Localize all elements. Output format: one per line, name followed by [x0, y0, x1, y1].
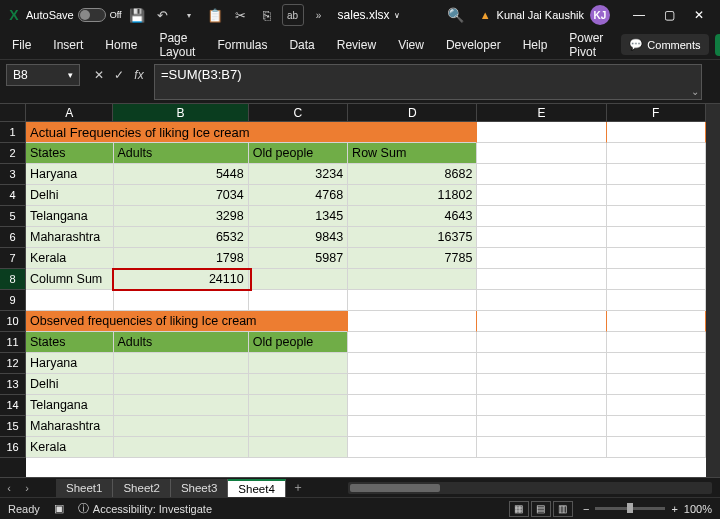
- cell[interactable]: [607, 395, 706, 416]
- row-header[interactable]: 12: [0, 353, 26, 374]
- cell[interactable]: [477, 269, 606, 290]
- sheet-nav-prev-icon[interactable]: ‹: [0, 479, 18, 497]
- cut-icon[interactable]: ✂: [230, 4, 252, 26]
- cell[interactable]: Kerala: [26, 437, 114, 458]
- cell[interactable]: Delhi: [26, 374, 114, 395]
- cell[interactable]: [477, 122, 606, 143]
- cell[interactable]: [607, 143, 706, 164]
- tab-formulas[interactable]: Formulas: [213, 34, 271, 56]
- row-header[interactable]: 14: [0, 395, 26, 416]
- autosave-toggle[interactable]: AutoSave Off: [26, 8, 122, 22]
- cell[interactable]: [114, 290, 249, 311]
- row-header[interactable]: 10: [0, 311, 26, 332]
- cell[interactable]: [607, 122, 706, 143]
- cell[interactable]: [348, 290, 477, 311]
- cell[interactable]: [26, 290, 114, 311]
- cell[interactable]: [607, 290, 706, 311]
- cell[interactable]: Maharashtra: [26, 227, 114, 248]
- horizontal-scrollbar[interactable]: [348, 482, 712, 494]
- cell[interactable]: Telangana: [26, 395, 114, 416]
- cell[interactable]: Delhi: [26, 185, 114, 206]
- normal-view-icon[interactable]: ▦: [509, 501, 529, 517]
- table1-title[interactable]: Actual Frequencies of liking Ice cream: [26, 122, 477, 143]
- cell[interactable]: [607, 227, 706, 248]
- close-icon[interactable]: ✕: [684, 0, 714, 30]
- cell[interactable]: [477, 248, 606, 269]
- cell[interactable]: [114, 395, 249, 416]
- row-header[interactable]: 11: [0, 332, 26, 353]
- zoom-in-icon[interactable]: +: [671, 503, 677, 515]
- cell[interactable]: Column Sum: [26, 269, 114, 290]
- cell[interactable]: [477, 290, 606, 311]
- enter-formula-icon[interactable]: ✓: [110, 66, 128, 84]
- cancel-formula-icon[interactable]: ✕: [90, 66, 108, 84]
- maximize-icon[interactable]: ▢: [654, 0, 684, 30]
- cell[interactable]: [348, 437, 477, 458]
- copy-icon[interactable]: ⎘: [256, 4, 278, 26]
- cell[interactable]: [607, 185, 706, 206]
- cell[interactable]: [348, 332, 477, 353]
- cell[interactable]: [477, 185, 606, 206]
- cell[interactable]: [477, 143, 606, 164]
- cell[interactable]: 4768: [249, 185, 348, 206]
- tab-data[interactable]: Data: [285, 34, 318, 56]
- row-header[interactable]: 16: [0, 437, 26, 458]
- cell[interactable]: [477, 437, 606, 458]
- accessibility-status[interactable]: ⓘ Accessibility: Investigate: [78, 501, 212, 516]
- search-icon[interactable]: 🔍: [447, 7, 464, 23]
- minimize-icon[interactable]: ―: [624, 0, 654, 30]
- cell[interactable]: [249, 416, 348, 437]
- sheet-tab[interactable]: Sheet2: [113, 479, 170, 497]
- page-layout-view-icon[interactable]: ▤: [531, 501, 551, 517]
- cell[interactable]: Telangana: [26, 206, 114, 227]
- cell[interactable]: Maharashtra: [26, 416, 114, 437]
- tab-home[interactable]: Home: [101, 34, 141, 56]
- cells-area[interactable]: Actual Frequencies of liking Ice cream S…: [26, 122, 706, 477]
- cell[interactable]: 16375: [348, 227, 477, 248]
- cell[interactable]: [477, 353, 606, 374]
- qat-overflow-icon[interactable]: »: [308, 4, 330, 26]
- row-header[interactable]: 13: [0, 374, 26, 395]
- cell[interactable]: [114, 353, 249, 374]
- row-header[interactable]: 5: [0, 206, 26, 227]
- cell[interactable]: [607, 437, 706, 458]
- sheet-nav-next-icon[interactable]: ›: [18, 479, 36, 497]
- cell[interactable]: [114, 416, 249, 437]
- cell[interactable]: [477, 374, 606, 395]
- share-button[interactable]: ↗: [715, 34, 720, 56]
- row-header[interactable]: 4: [0, 185, 26, 206]
- table2-header[interactable]: Old people: [249, 332, 348, 353]
- cell[interactable]: [607, 206, 706, 227]
- namebox-dropdown-icon[interactable]: ▾: [68, 70, 73, 80]
- user-account[interactable]: ▲ Kunal Jai Kaushik KJ: [480, 5, 610, 25]
- row-header[interactable]: 1: [0, 122, 26, 143]
- cell[interactable]: [607, 311, 706, 332]
- selected-cell[interactable]: 24110: [114, 269, 249, 290]
- comments-button[interactable]: 💬 Comments: [621, 34, 708, 55]
- row-header[interactable]: 2: [0, 143, 26, 164]
- cell[interactable]: [249, 290, 348, 311]
- table1-header[interactable]: Row Sum: [348, 143, 477, 164]
- table2-title[interactable]: Observed frequencies of liking Ice cream: [26, 311, 348, 332]
- col-header-E[interactable]: E: [477, 104, 606, 122]
- fx-icon[interactable]: fx: [130, 66, 148, 84]
- row-header[interactable]: 7: [0, 248, 26, 269]
- undo-icon[interactable]: ↶: [152, 4, 174, 26]
- cell[interactable]: Kerala: [26, 248, 114, 269]
- cell[interactable]: [477, 332, 606, 353]
- cell[interactable]: [348, 353, 477, 374]
- col-header-D[interactable]: D: [348, 104, 477, 122]
- cell[interactable]: 1798: [114, 248, 249, 269]
- vertical-scrollbar[interactable]: [706, 104, 720, 477]
- zoom-out-icon[interactable]: −: [583, 503, 589, 515]
- page-break-view-icon[interactable]: ▥: [553, 501, 573, 517]
- expand-formula-icon[interactable]: ⌄: [691, 86, 699, 97]
- cell[interactable]: [249, 395, 348, 416]
- cell[interactable]: [348, 395, 477, 416]
- zoom-control[interactable]: − + 100%: [583, 503, 712, 515]
- cell[interactable]: 4643: [348, 206, 477, 227]
- tab-help[interactable]: Help: [519, 34, 552, 56]
- name-box[interactable]: B8 ▾: [6, 64, 80, 86]
- formula-input[interactable]: =SUM(B3:B7) ⌄: [154, 64, 702, 100]
- cell[interactable]: [114, 374, 249, 395]
